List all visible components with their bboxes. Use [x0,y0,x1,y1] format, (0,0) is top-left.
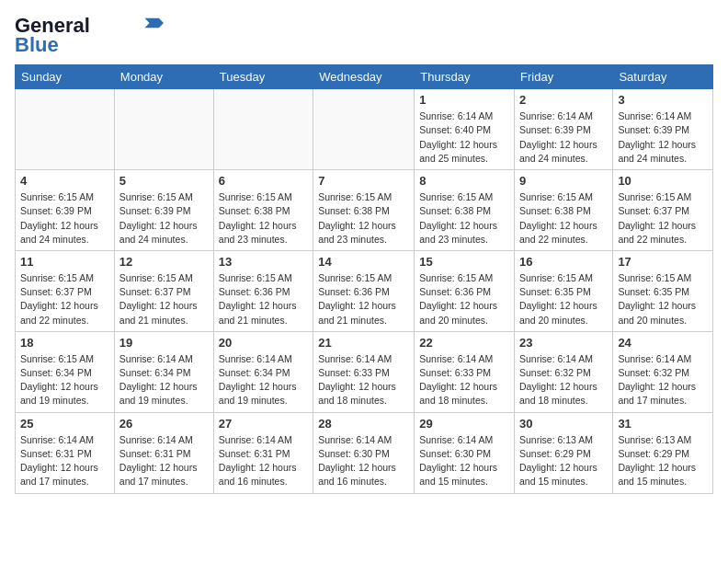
day-info: Sunrise: 6:15 AMSunset: 6:38 PMDaylight:… [519,190,608,247]
day-number: 19 [119,336,209,350]
day-number: 1 [419,93,509,107]
calendar-cell: 10Sunrise: 6:15 AMSunset: 6:37 PMDayligh… [613,170,713,251]
day-info: Sunrise: 6:15 AMSunset: 6:36 PMDaylight:… [318,271,409,327]
calendar-cell: 22Sunrise: 6:14 AMSunset: 6:33 PMDayligh… [415,331,515,412]
logo: General Blue [15,15,164,57]
calendar-cell: 16Sunrise: 6:15 AMSunset: 6:35 PMDayligh… [515,250,613,331]
calendar-cell: 23Sunrise: 6:14 AMSunset: 6:32 PMDayligh… [515,331,613,412]
logo-blue-text: Blue [15,33,59,57]
day-info: Sunrise: 6:14 AMSunset: 6:33 PMDaylight:… [419,352,509,408]
calendar-cell: 1Sunrise: 6:14 AMSunset: 6:40 PMDaylight… [415,89,515,170]
calendar-cell: 19Sunrise: 6:14 AMSunset: 6:34 PMDayligh… [114,331,213,412]
calendar-cell: 2Sunrise: 6:14 AMSunset: 6:39 PMDaylight… [515,89,613,170]
day-number: 15 [419,255,509,269]
calendar-cell: 7Sunrise: 6:15 AMSunset: 6:38 PMDaylight… [313,170,415,251]
day-info: Sunrise: 6:15 AMSunset: 6:35 PMDaylight:… [618,271,708,327]
day-number: 13 [219,255,308,269]
calendar-cell: 6Sunrise: 6:15 AMSunset: 6:38 PMDaylight… [213,170,313,251]
day-number: 29 [419,417,509,431]
calendar-header-monday: Monday [114,65,213,89]
calendar-cell: 12Sunrise: 6:15 AMSunset: 6:37 PMDayligh… [114,250,213,331]
day-number: 3 [618,93,708,107]
day-number: 9 [519,174,608,188]
calendar-cell: 30Sunrise: 6:13 AMSunset: 6:29 PMDayligh… [515,412,613,493]
svg-marker-0 [144,18,164,28]
day-number: 30 [519,417,608,431]
day-number: 10 [618,174,708,188]
day-info: Sunrise: 6:14 AMSunset: 6:34 PMDaylight:… [219,352,308,408]
calendar-header-tuesday: Tuesday [213,65,313,89]
calendar-cell: 4Sunrise: 6:15 AMSunset: 6:39 PMDaylight… [16,170,115,251]
calendar-cell: 3Sunrise: 6:14 AMSunset: 6:39 PMDaylight… [613,89,713,170]
day-info: Sunrise: 6:14 AMSunset: 6:34 PMDaylight:… [119,352,209,408]
day-number: 24 [618,336,708,350]
calendar-header-wednesday: Wednesday [313,65,415,89]
day-info: Sunrise: 6:15 AMSunset: 6:38 PMDaylight:… [318,190,409,247]
day-number: 28 [318,417,409,431]
day-number: 6 [219,174,308,188]
calendar-cell: 5Sunrise: 6:15 AMSunset: 6:39 PMDaylight… [114,170,213,251]
calendar-cell [213,89,313,170]
day-info: Sunrise: 6:15 AMSunset: 6:38 PMDaylight:… [219,190,308,247]
calendar-cell: 27Sunrise: 6:14 AMSunset: 6:31 PMDayligh… [213,412,313,493]
day-number: 17 [618,255,708,269]
calendar-cell [313,89,415,170]
day-info: Sunrise: 6:14 AMSunset: 6:39 PMDaylight:… [618,109,708,166]
calendar-week-row: 25Sunrise: 6:14 AMSunset: 6:31 PMDayligh… [16,412,713,493]
day-number: 2 [519,93,608,107]
calendar-cell: 11Sunrise: 6:15 AMSunset: 6:37 PMDayligh… [16,250,115,331]
day-info: Sunrise: 6:13 AMSunset: 6:29 PMDaylight:… [618,433,708,489]
calendar-cell: 21Sunrise: 6:14 AMSunset: 6:33 PMDayligh… [313,331,415,412]
calendar-cell: 26Sunrise: 6:14 AMSunset: 6:31 PMDayligh… [114,412,213,493]
calendar-header-sunday: Sunday [16,65,115,89]
day-info: Sunrise: 6:15 AMSunset: 6:37 PMDaylight:… [119,271,209,327]
day-number: 23 [519,336,608,350]
calendar-cell: 8Sunrise: 6:15 AMSunset: 6:38 PMDaylight… [415,170,515,251]
day-number: 14 [318,255,409,269]
calendar-header-saturday: Saturday [613,65,713,89]
calendar-week-row: 18Sunrise: 6:15 AMSunset: 6:34 PMDayligh… [16,331,713,412]
calendar-week-row: 11Sunrise: 6:15 AMSunset: 6:37 PMDayligh… [16,250,713,331]
day-info: Sunrise: 6:14 AMSunset: 6:40 PMDaylight:… [419,109,509,166]
calendar-cell [16,89,115,170]
day-info: Sunrise: 6:15 AMSunset: 6:38 PMDaylight:… [419,190,509,247]
calendar-cell: 9Sunrise: 6:15 AMSunset: 6:38 PMDaylight… [515,170,613,251]
day-number: 12 [119,255,209,269]
day-info: Sunrise: 6:15 AMSunset: 6:39 PMDaylight:… [20,190,109,247]
day-number: 31 [618,417,708,431]
header: General Blue [15,15,713,57]
day-number: 5 [119,174,209,188]
day-info: Sunrise: 6:14 AMSunset: 6:32 PMDaylight:… [519,352,608,408]
day-info: Sunrise: 6:15 AMSunset: 6:37 PMDaylight:… [20,271,109,327]
day-info: Sunrise: 6:14 AMSunset: 6:31 PMDaylight:… [119,433,209,489]
calendar-cell: 31Sunrise: 6:13 AMSunset: 6:29 PMDayligh… [613,412,713,493]
calendar-cell [114,89,213,170]
day-number: 27 [219,417,308,431]
calendar-week-row: 4Sunrise: 6:15 AMSunset: 6:39 PMDaylight… [16,170,713,251]
day-info: Sunrise: 6:15 AMSunset: 6:37 PMDaylight:… [618,190,708,247]
calendar-cell: 17Sunrise: 6:15 AMSunset: 6:35 PMDayligh… [613,250,713,331]
calendar-week-row: 1Sunrise: 6:14 AMSunset: 6:40 PMDaylight… [16,89,713,170]
day-info: Sunrise: 6:15 AMSunset: 6:39 PMDaylight:… [119,190,209,247]
calendar-cell: 20Sunrise: 6:14 AMSunset: 6:34 PMDayligh… [213,331,313,412]
calendar-table: SundayMondayTuesdayWednesdayThursdayFrid… [15,64,713,493]
day-info: Sunrise: 6:14 AMSunset: 6:32 PMDaylight:… [618,352,708,408]
calendar-cell: 18Sunrise: 6:15 AMSunset: 6:34 PMDayligh… [16,331,115,412]
day-info: Sunrise: 6:15 AMSunset: 6:34 PMDaylight:… [20,352,109,408]
day-number: 8 [419,174,509,188]
day-info: Sunrise: 6:14 AMSunset: 6:30 PMDaylight:… [318,433,409,489]
calendar-header-thursday: Thursday [415,65,515,89]
logo-icon [142,17,164,29]
day-number: 22 [419,336,509,350]
calendar-cell: 25Sunrise: 6:14 AMSunset: 6:31 PMDayligh… [16,412,115,493]
day-info: Sunrise: 6:15 AMSunset: 6:35 PMDaylight:… [519,271,608,327]
day-number: 11 [20,255,109,269]
day-number: 25 [20,417,109,431]
calendar-header-friday: Friday [515,65,613,89]
calendar-cell: 15Sunrise: 6:15 AMSunset: 6:36 PMDayligh… [415,250,515,331]
day-info: Sunrise: 6:15 AMSunset: 6:36 PMDaylight:… [419,271,509,327]
day-info: Sunrise: 6:14 AMSunset: 6:31 PMDaylight:… [20,433,109,489]
day-number: 4 [20,174,109,188]
day-number: 26 [119,417,209,431]
calendar-cell: 29Sunrise: 6:14 AMSunset: 6:30 PMDayligh… [415,412,515,493]
